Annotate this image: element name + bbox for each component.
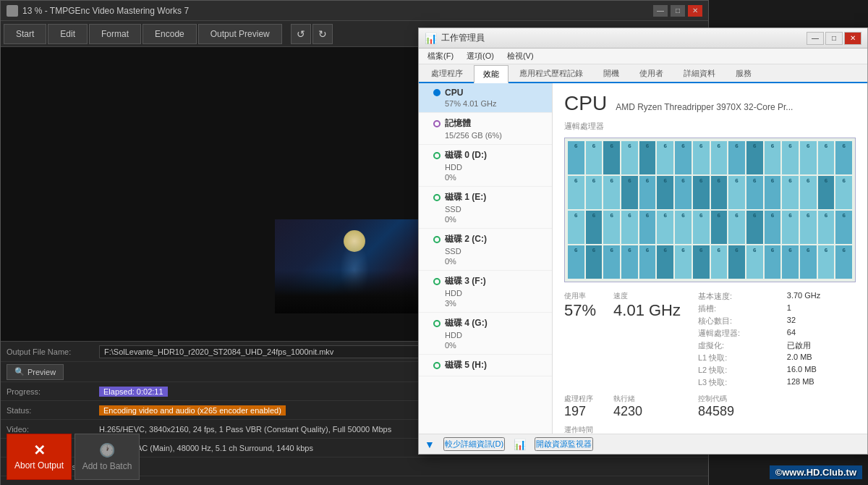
cpu-core-18: 6 [603, 176, 620, 209]
disk3-pct: 3% [433, 299, 546, 308]
disk0-resource-name: 磁碟 0 (D:) [445, 149, 487, 161]
cpu-core-47: 6 [835, 211, 852, 244]
disk0-dot [433, 152, 441, 159]
cpu-core-58: 6 [746, 245, 763, 279]
output-preview-button[interactable]: Output Preview [198, 24, 282, 44]
resource-item-disk3[interactable]: 磁碟 3 (F:) HDD 3% [419, 271, 552, 313]
action-buttons: ✕ Abort Output 🕐 Add to Batch [1, 428, 145, 485]
menu-options[interactable]: 選項(O) [461, 49, 500, 63]
disk1-header: 磁碟 1 (E:) [433, 191, 546, 203]
handles-label: 控制代碼 [698, 394, 856, 404]
format-button[interactable]: Format [89, 24, 141, 44]
menu-view[interactable]: 檢視(V) [501, 49, 540, 63]
cpu-core-5: 6 [657, 141, 673, 174]
tab-users[interactable]: 使用者 [630, 64, 673, 82]
memory-dot [433, 120, 441, 127]
taskmgr-window: 📊 工作管理員 — □ ✕ 檔案(F) 選項(O) 檢視(V) 處理程序 效能 … [418, 28, 868, 455]
tmpgenc-maximize-btn[interactable]: □ [671, 5, 685, 17]
taskmgr-minimize-btn[interactable]: — [807, 32, 824, 45]
cpu-core-33: 6 [586, 211, 603, 244]
disk2-pct: 0% [433, 257, 546, 266]
preview-image [275, 219, 434, 313]
tab-services[interactable]: 服務 [726, 64, 761, 82]
undo-button[interactable]: ↺ [291, 24, 311, 44]
cpu-core-14: 6 [818, 141, 835, 174]
cpu-core-10: 6 [746, 141, 763, 174]
disk2-dot [433, 236, 441, 243]
cpu-core-57: 6 [728, 245, 745, 279]
tmpgenc-titlebar: 13 % - TMPGEnc Video Mastering Works 7 —… [1, 1, 708, 21]
edit-button[interactable]: Edit [48, 24, 88, 44]
cpu-core-51: 6 [621, 245, 638, 279]
l1-label: L1 快取: [698, 353, 775, 363]
tmpgenc-minimize-btn[interactable]: — [653, 5, 668, 17]
menu-file[interactable]: 檔案(F) [422, 49, 459, 63]
cpu-speed-stat: 速度 4.01 GHz [613, 291, 681, 320]
l3-label: L3 快取: [698, 377, 775, 388]
tab-performance[interactable]: 效能 [474, 65, 509, 83]
tmpgenc-app-icon [7, 5, 18, 17]
cpu-core-0: 6 [568, 141, 584, 174]
tab-details[interactable]: 詳細資料 [674, 64, 725, 82]
disk4-pct: 0% [433, 341, 546, 350]
cpu-core-63: 6 [835, 245, 852, 279]
l3-value: 128 MB [787, 377, 856, 388]
cpu-proc-stat: 處理程序 197 [564, 394, 596, 419]
cpu-resource-name: CPU [445, 88, 463, 98]
cpu-core-8: 6 [711, 141, 728, 174]
cpu-core-39: 6 [693, 211, 710, 244]
resource-item-disk5[interactable]: 磁碟 5 (H:) [419, 355, 552, 376]
cpu-core-9: 6 [728, 141, 745, 174]
cpu-core-22: 6 [675, 176, 692, 209]
resource-item-memory[interactable]: 記憶體 15/256 GB (6%) [419, 113, 552, 145]
taskmgr-maximize-btn[interactable]: □ [825, 32, 843, 45]
disk0-header: 磁碟 0 (D:) [433, 149, 546, 161]
cpu-core-26: 6 [746, 176, 763, 209]
resource-item-cpu-header: CPU [433, 88, 546, 98]
status-label: Status: [7, 406, 93, 415]
disk4-resource-name: 磁碟 4 (G:) [445, 317, 488, 329]
tab-startup[interactable]: 開機 [594, 64, 629, 82]
taskmgr-titlebar: 📊 工作管理員 — □ ✕ [419, 28, 867, 48]
cpu-core-45: 6 [800, 211, 817, 244]
resource-item-disk1[interactable]: 磁碟 1 (E:) SSD 0% [419, 187, 552, 229]
resource-item-cpu[interactable]: CPU 57% 4.01 GHz [419, 83, 552, 113]
cpu-core-1: 6 [586, 141, 603, 174]
taskmgr-body: CPU 57% 4.01 GHz 記憶體 15/256 GB (6%) 磁碟 0… [419, 83, 867, 434]
cpu-core-32: 6 [568, 211, 584, 244]
resource-item-disk0[interactable]: 磁碟 0 (D:) HDD 0% [419, 145, 552, 187]
preview-button[interactable]: 🔍 Preview [7, 364, 64, 380]
cpu-core-53: 6 [657, 245, 673, 279]
fewer-details-button[interactable]: 較少詳細資訊(D) [443, 437, 505, 451]
usage-label: 使用率 [564, 291, 596, 301]
resource-item-disk2[interactable]: 磁碟 2 (C:) SSD 0% [419, 229, 552, 271]
cpu-core-54: 6 [675, 245, 692, 279]
redo-button[interactable]: ↻ [312, 24, 333, 44]
proc-label: 處理程序 [564, 394, 596, 404]
start-button[interactable]: Start [4, 24, 46, 44]
cpu-core-4: 6 [639, 141, 656, 174]
abort-output-button[interactable]: ✕ Abort Output [7, 434, 72, 480]
add-to-batch-button[interactable]: 🕐 Add to Batch [75, 434, 140, 480]
cpu-core-37: 6 [657, 211, 673, 244]
cpu-core-17: 6 [586, 176, 603, 209]
tab-processes[interactable]: 處理程序 [422, 64, 472, 82]
encode-button[interactable]: Encode [142, 24, 197, 44]
runtime-label: 運作時間 [564, 425, 681, 434]
abort-x-icon: ✕ [33, 443, 46, 457]
output-file-label: Output File Name: [7, 347, 93, 356]
open-resource-monitor-button[interactable]: 開啟資源監視器 [535, 437, 593, 451]
base-speed-value: 3.70 GHz [787, 291, 856, 302]
cpu-core-60: 6 [782, 245, 799, 279]
cpu-core-59: 6 [765, 245, 781, 279]
tmpgenc-close-btn[interactable]: ✕ [688, 5, 702, 17]
taskmgr-close-btn[interactable]: ✕ [844, 32, 861, 45]
disk4-header: 磁碟 4 (G:) [433, 317, 546, 329]
disk2-resource-name: 磁碟 2 (C:) [445, 233, 487, 245]
handles-value: 84589 [698, 404, 856, 419]
disk3-resource-name: 磁碟 3 (F:) [445, 275, 486, 287]
tab-app-history[interactable]: 應用程式歷程記錄 [510, 64, 592, 82]
cpu-runtime-stat: 運作時間 0:00:45:17 [564, 425, 681, 434]
memory-header: 記憶體 [433, 117, 546, 130]
resource-item-disk4[interactable]: 磁碟 4 (G:) HDD 0% [419, 313, 552, 355]
